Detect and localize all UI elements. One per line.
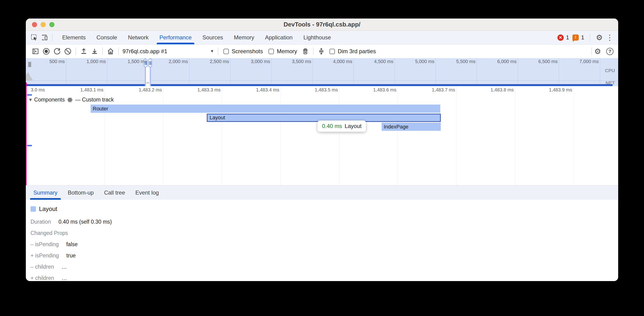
tab-sources[interactable]: Sources	[197, 31, 228, 44]
timeline-ruler[interactable]: 3.0 ms1,483.1 ms1,483.2 ms1,483.3 ms1,48…	[26, 86, 618, 94]
separator	[102, 48, 103, 55]
overview-tick-label: 5,000 ms	[388, 59, 434, 64]
tab-bottom-up[interactable]: Bottom-up	[63, 185, 99, 200]
reload-record-button[interactable]	[52, 46, 62, 57]
ruler-tick-label: 1,483.9 ms	[523, 87, 572, 93]
event-bar-label: Layout	[210, 115, 225, 121]
clear-button[interactable]	[62, 46, 73, 57]
event-mark	[27, 145, 32, 146]
network-activity-bar	[26, 84, 612, 86]
separator	[76, 48, 76, 55]
summary-row: Changed Props	[30, 230, 618, 236]
upload-profile-icon[interactable]	[78, 46, 89, 57]
tab-event-log[interactable]: Event log	[130, 185, 164, 200]
overview-tick-label: 6,000 ms	[470, 59, 516, 64]
compress-timeline-icon[interactable]	[316, 46, 327, 57]
overview-tick-label: 3,000 ms	[223, 59, 270, 64]
event-mark	[27, 94, 32, 96]
ruler-gridline	[515, 86, 515, 94]
inspect-element-icon[interactable]	[29, 32, 40, 43]
track-header[interactable]: ▼ Components — Custom track	[29, 97, 114, 103]
selection-edge-marker	[26, 94, 26, 185]
overview-tick-label: 7,000 ms	[552, 59, 599, 64]
ruler-gridline	[398, 86, 398, 94]
error-count[interactable]: 1	[566, 34, 569, 41]
history-dropdown[interactable]: 97r6ql.csb.app #1 ▼	[122, 48, 214, 55]
tab-console[interactable]: Console	[91, 31, 122, 44]
ruler-tick-label: 1,483.2 ms	[113, 87, 162, 93]
memory-label: Memory	[277, 48, 297, 55]
ruler-tick-label: 1,48	[582, 87, 618, 93]
separator	[592, 48, 592, 55]
collapse-triangle-icon[interactable]: ▼	[29, 98, 32, 102]
summary-row: + children…	[30, 275, 618, 281]
download-profile-icon[interactable]	[89, 46, 100, 57]
ruler-tick-label: 1,483.3 ms	[171, 87, 220, 93]
summary-pane: Layout Duration0.40 ms (self 0.30 ms)Cha…	[26, 200, 618, 281]
tab-call-tree[interactable]: Call tree	[99, 185, 130, 200]
tab-lighthouse[interactable]: Lighthouse	[298, 31, 336, 44]
tab-label: Console	[96, 34, 117, 41]
summary-row-label: + isPending	[30, 253, 59, 259]
tab-performance[interactable]: Performance	[154, 31, 197, 44]
performance-toolbar: 97r6ql.csb.app #1 ▼ Screenshots Memory	[26, 44, 618, 58]
summary-row: + isPendingtrue	[30, 253, 618, 259]
tab-summary[interactable]: Summary	[28, 185, 63, 200]
record-button[interactable]	[41, 46, 52, 57]
flame-chart[interactable]: ▼ Components — Custom track RouterLayout…	[26, 94, 618, 185]
ruler-tick-label: 1,483.7 ms	[406, 87, 455, 93]
tab-elements[interactable]: Elements	[57, 31, 91, 44]
summary-row-label: + children	[30, 275, 54, 281]
capture-settings-gear-icon[interactable]: ⚙	[594, 48, 601, 55]
tab-label: Network	[128, 34, 148, 41]
warning-badge-icon[interactable]: !	[572, 34, 579, 40]
event-bar-router[interactable]: Router	[90, 105, 440, 113]
dim-3rd-parties-checkbox[interactable]: Dim 3rd parties	[330, 48, 376, 55]
summary-row-value: 0.40 ms (self 0.30 ms)	[58, 219, 112, 225]
summary-title: Layout	[39, 205, 57, 213]
summary-row-label: Changed Props	[30, 230, 68, 236]
help-icon[interactable]: ?	[606, 48, 614, 55]
active-tab-underline	[30, 198, 61, 200]
screenshots-checkbox[interactable]: Screenshots	[224, 48, 263, 55]
tooltip-duration: 0.40 ms	[322, 123, 342, 129]
event-bar-indexpage[interactable]: IndexPage	[382, 123, 441, 131]
tab-network[interactable]: Network	[122, 31, 154, 44]
overview-tick-label: 3,500 ms	[264, 59, 311, 64]
checkbox-icon[interactable]	[330, 49, 335, 54]
marker-tick	[26, 82, 27, 86]
overview-tick-label: 1,000 ms	[59, 59, 106, 64]
flame-gridline	[456, 94, 456, 185]
tab-label: Lighthouse	[304, 34, 331, 41]
overview-tick-label: 4,000 ms	[305, 59, 352, 64]
event-tooltip: 0.40 ms Layout	[318, 120, 366, 132]
memory-checkbox[interactable]: Memory	[268, 48, 297, 55]
settings-gear-icon[interactable]: ⚙	[596, 34, 603, 41]
track-title: Components	[34, 97, 65, 103]
checkbox-icon[interactable]	[224, 49, 229, 54]
tab-application[interactable]: Application	[260, 31, 298, 44]
separator	[590, 34, 590, 41]
summary-header: Layout	[30, 205, 618, 213]
ruler-gridline	[456, 86, 456, 94]
flame-gridline	[573, 94, 574, 185]
summary-row-label: – isPending	[30, 241, 59, 248]
separator	[218, 48, 218, 55]
checkbox-icon[interactable]	[268, 49, 274, 54]
kebab-menu-icon[interactable]: ⋮	[606, 34, 614, 41]
ruler-tick-label: 1,483.4 ms	[230, 87, 279, 93]
collect-garbage-icon[interactable]	[300, 46, 311, 57]
tabbar-right-controls: ✕ 1 ! 1 ⚙ ⋮	[558, 34, 614, 41]
live-metrics-home-icon[interactable]	[105, 46, 116, 57]
tab-label: Application	[265, 34, 292, 41]
summary-row: Duration0.40 ms (self 0.30 ms)	[30, 219, 618, 225]
warning-count[interactable]: 1	[581, 34, 584, 41]
separator	[118, 48, 119, 55]
tab-label: Elements	[62, 34, 86, 41]
toggle-sidebar-icon[interactable]	[30, 46, 41, 57]
tab-memory[interactable]: Memory	[228, 31, 260, 44]
device-toolbar-icon[interactable]	[40, 32, 50, 43]
timeline-overview[interactable]: CPU NET 500 ms1,000 ms1,500 ms2,000 ms2,…	[26, 58, 618, 86]
error-badge-icon[interactable]: ✕	[558, 34, 564, 41]
chevron-down-icon: ▼	[210, 49, 214, 54]
